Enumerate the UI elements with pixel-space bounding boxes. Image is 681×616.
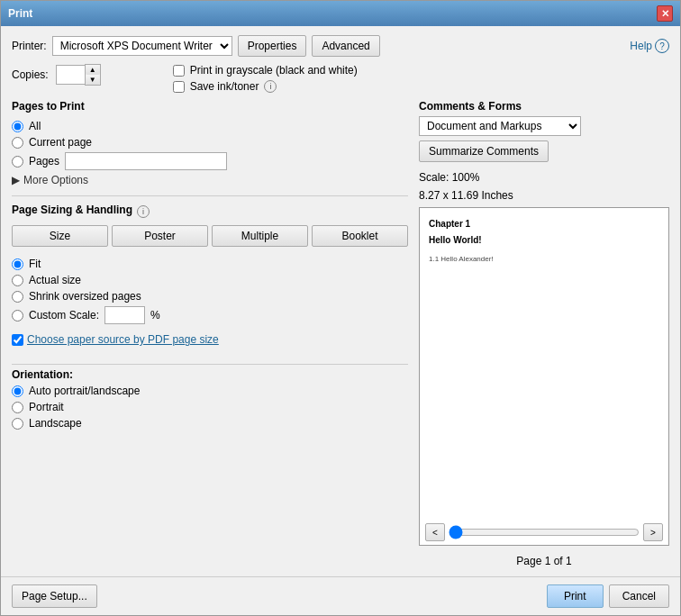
next-page-button[interactable]: > xyxy=(643,523,663,541)
landscape-radio-row: Landscape xyxy=(12,417,408,430)
shrink-radio[interactable] xyxy=(12,291,23,303)
bottom-right-buttons: Print Cancel xyxy=(547,584,669,608)
scale-unit: % xyxy=(150,309,160,322)
more-options-label: More Options xyxy=(23,174,88,186)
portrait-radio[interactable] xyxy=(12,402,23,413)
help-icon: ? xyxy=(655,39,669,53)
copies-up-button[interactable]: ▲ xyxy=(86,65,100,75)
page-slider[interactable] xyxy=(449,526,640,539)
copies-down-button[interactable]: ▼ xyxy=(86,75,100,85)
right-panel: Comments & Forms Document and MarkupsDoc… xyxy=(419,100,669,567)
preview-content: Chapter 1 Hello World! 1.1 Hello Alexand… xyxy=(429,217,494,265)
more-options[interactable]: ▶ More Options xyxy=(12,174,408,186)
sizing-radio-group: Fit Actual size Shrink oversized pages xyxy=(12,254,408,328)
preview-body: 1.1 Hello Alexander! xyxy=(429,254,494,265)
help-label: Help xyxy=(630,40,652,52)
shrink-radio-row: Shrink oversized pages xyxy=(12,290,408,303)
save-ink-row: Save ink/toner i xyxy=(173,80,358,93)
advanced-button[interactable]: Advanced xyxy=(312,35,379,57)
save-ink-checkbox[interactable] xyxy=(173,81,185,93)
poster-button[interactable]: Poster xyxy=(112,225,208,247)
fit-label: Fit xyxy=(29,258,41,270)
grayscale-row: Print in grayscale (black and white) xyxy=(173,64,358,77)
all-radio[interactable] xyxy=(12,121,23,132)
comments-forms-select[interactable]: Document and MarkupsDocumentDocument and… xyxy=(419,116,581,136)
print-dialog: Print ✕ Printer: Microsoft XPS Document … xyxy=(0,0,681,616)
print-button[interactable]: Print xyxy=(547,584,604,608)
current-page-radio[interactable] xyxy=(12,137,23,149)
help-link[interactable]: Help ? xyxy=(630,39,669,53)
auto-label: Auto portrait/landscape xyxy=(29,385,140,397)
actual-size-radio[interactable] xyxy=(12,275,23,286)
grayscale-checkbox[interactable] xyxy=(173,65,185,77)
properties-button[interactable]: Properties xyxy=(238,35,307,57)
comments-forms-title: Comments & Forms xyxy=(419,100,669,113)
actual-size-radio-row: Actual size xyxy=(12,274,408,286)
preview-area: Chapter 1 Hello World! 1.1 Hello Alexand… xyxy=(419,207,669,546)
pages-input[interactable]: 1 xyxy=(65,152,227,170)
dimensions-text: 8.27 x 11.69 Inches xyxy=(419,189,669,202)
preview-chapter: Chapter 1 xyxy=(429,217,494,231)
page-sizing-title: Page Sizing & Handling xyxy=(12,204,132,216)
landscape-radio[interactable] xyxy=(12,418,23,430)
orientation-title: Orientation: xyxy=(12,368,73,381)
save-ink-info-icon[interactable]: i xyxy=(264,80,277,93)
page-sizing-section: Page Sizing & Handling i Size Poster Mul… xyxy=(12,195,408,346)
close-button[interactable]: ✕ xyxy=(657,5,673,22)
current-page-radio-row: Current page xyxy=(12,136,408,149)
prev-page-button[interactable]: < xyxy=(425,523,445,541)
printer-label: Printer: xyxy=(12,40,47,52)
pages-to-print-section: Pages to Print All Current page Pages xyxy=(12,100,408,186)
cancel-button[interactable]: Cancel xyxy=(609,584,669,608)
fit-radio-row: Fit xyxy=(12,258,408,270)
orientation-radio-group: Auto portrait/landscape Portrait Landsca… xyxy=(12,381,408,433)
pages-radio[interactable] xyxy=(12,156,23,168)
copies-row: Copies: 1 ▲ ▼ xyxy=(12,64,101,86)
portrait-radio-row: Portrait xyxy=(12,401,408,413)
pages-to-print-title: Pages to Print xyxy=(12,100,408,113)
choose-paper-row: Choose paper source by PDF page size xyxy=(12,333,408,346)
page-slider-container xyxy=(449,526,640,539)
copies-spinner: 1 ▲ ▼ xyxy=(56,64,101,86)
page-info: Page 1 of 1 xyxy=(419,555,669,567)
comments-forms-section: Comments & Forms Document and MarkupsDoc… xyxy=(419,100,669,162)
custom-scale-radio[interactable] xyxy=(12,310,23,322)
scale-text: Scale: 100% xyxy=(419,171,669,184)
summarize-comments-button[interactable]: Summarize Comments xyxy=(419,140,549,162)
fit-radio[interactable] xyxy=(12,258,23,270)
pages-label: Pages xyxy=(29,155,59,168)
booklet-button[interactable]: Booklet xyxy=(312,225,408,247)
custom-scale-radio-row: Custom Scale: 100 % xyxy=(12,306,408,324)
all-radio-row: All xyxy=(12,120,408,132)
shrink-label: Shrink oversized pages xyxy=(29,290,141,303)
current-page-label: Current page xyxy=(29,136,92,149)
bottom-bar: Page Setup... Print Cancel xyxy=(1,576,680,615)
pages-radio-group: All Current page Pages 1 xyxy=(12,116,408,174)
window-title: Print xyxy=(8,7,32,20)
choose-paper-label: Choose paper source by PDF page size xyxy=(27,333,219,346)
save-ink-label: Save ink/toner xyxy=(190,80,259,93)
copies-label: Copies: xyxy=(12,68,49,81)
sizing-buttons: Size Poster Multiple Booklet xyxy=(12,225,408,247)
all-label: All xyxy=(29,120,41,132)
page-sizing-info-icon[interactable]: i xyxy=(137,205,150,218)
choose-paper-checkbox[interactable] xyxy=(12,334,23,346)
main-area: Pages to Print All Current page Pages xyxy=(12,100,669,567)
preview-hello: Hello World! xyxy=(429,233,494,247)
multiple-button[interactable]: Multiple xyxy=(212,225,308,247)
auto-radio-row: Auto portrait/landscape xyxy=(12,385,408,397)
more-options-arrow: ▶ xyxy=(12,174,20,186)
page-setup-button[interactable]: Page Setup... xyxy=(12,584,97,608)
left-panel: Pages to Print All Current page Pages xyxy=(12,100,408,567)
orientation-section: Orientation: Auto portrait/landscape Por… xyxy=(12,360,408,433)
size-button[interactable]: Size xyxy=(12,225,108,247)
top-bar: Printer: Microsoft XPS Document Writer P… xyxy=(12,35,669,57)
custom-scale-input[interactable]: 100 xyxy=(104,306,145,324)
printer-row: Printer: Microsoft XPS Document Writer P… xyxy=(12,35,380,57)
copies-input[interactable]: 1 xyxy=(56,65,85,85)
landscape-label: Landscape xyxy=(29,417,82,430)
pages-radio-row: Pages 1 xyxy=(12,152,408,170)
auto-radio[interactable] xyxy=(12,385,23,397)
actual-size-label: Actual size xyxy=(29,274,81,286)
printer-select[interactable]: Microsoft XPS Document Writer xyxy=(52,36,232,56)
